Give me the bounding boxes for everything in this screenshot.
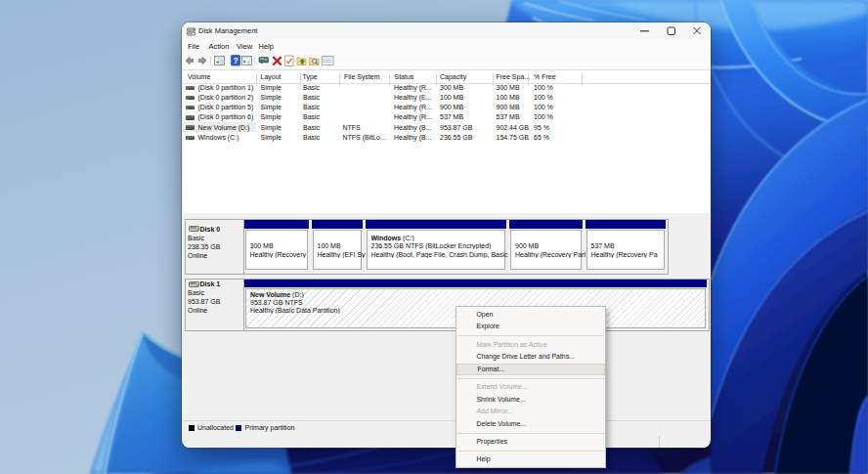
svg-text:?: ? (233, 56, 238, 65)
